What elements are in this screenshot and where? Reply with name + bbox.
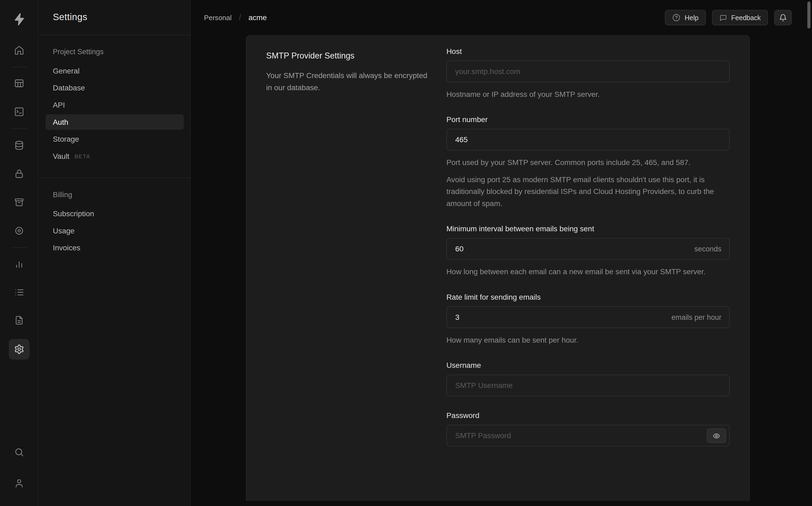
sidebar-header: Settings (40, 0, 190, 35)
rail-divider (11, 128, 27, 129)
panel-form-column: Host Hostname or IP address of your SMTP… (446, 36, 749, 501)
nav-home[interactable] (9, 40, 29, 60)
sidebar-item-subscription[interactable]: Subscription (46, 206, 184, 222)
sidebar-item-auth[interactable]: Auth (46, 114, 184, 130)
breadcrumb: Personal / acme (204, 13, 267, 22)
field-username: Username (446, 361, 730, 396)
field-rate-limit: Rate limit for sending emails emails per… (446, 293, 730, 346)
username-input[interactable] (446, 374, 730, 396)
page-title: Settings (53, 12, 87, 22)
help-button[interactable]: Help (665, 10, 706, 25)
nav-reports[interactable] (9, 254, 29, 274)
section-title: SMTP Provider Settings (266, 51, 428, 61)
rate-limit-label: Rate limit for sending emails (446, 293, 730, 301)
supabase-logo[interactable] (12, 12, 26, 28)
nav-api-docs[interactable] (9, 310, 29, 331)
field-password: Password (446, 411, 730, 446)
bell-icon (779, 13, 787, 22)
port-help: Port used by your SMTP server. Common po… (446, 157, 730, 168)
field-host: Host Hostname or IP address of your SMTP… (446, 47, 730, 100)
rail-divider (11, 67, 27, 67)
sidebar-item-vault[interactable]: Vault BETA (46, 148, 184, 164)
icon-rail (0, 0, 39, 506)
search-button[interactable] (9, 442, 29, 462)
password-input[interactable] (446, 425, 730, 446)
header-actions: Help Feedback (665, 10, 792, 25)
sidebar-item-usage[interactable]: Usage (46, 223, 184, 239)
scrollbar-thumb[interactable] (807, 2, 811, 28)
realtime-icon (14, 226, 24, 236)
notifications-button[interactable] (774, 10, 792, 25)
search-icon (14, 447, 24, 457)
breadcrumb-project[interactable]: acme (248, 13, 267, 22)
host-help: Hostname or IP address of your SMTP serv… (446, 89, 730, 100)
nav-table-editor[interactable] (9, 73, 29, 94)
breadcrumb-org[interactable]: Personal (204, 14, 232, 21)
content-area: SMTP Provider Settings Your SMTP Credent… (191, 35, 812, 506)
section-description: Your SMTP Credentials will always be enc… (266, 70, 428, 94)
host-input[interactable] (446, 61, 730, 82)
beta-badge: BETA (75, 153, 90, 159)
app-window: Settings Project Settings General Databa… (0, 0, 812, 506)
interval-label: Minimum interval between emails being se… (446, 225, 730, 233)
feedback-button[interactable]: Feedback (712, 10, 768, 25)
port-label: Port number (446, 115, 730, 124)
nav-database[interactable] (9, 135, 29, 156)
auth-lock-icon (14, 169, 24, 179)
eye-icon (713, 432, 721, 439)
smtp-settings-panel: SMTP Provider Settings Your SMTP Credent… (246, 35, 750, 501)
nav-project-settings[interactable] (9, 339, 29, 359)
reports-chart-icon (14, 259, 24, 269)
field-minimum-interval: Minimum interval between emails being se… (446, 225, 730, 278)
username-label: Username (446, 361, 730, 369)
supabase-logo-icon (12, 12, 26, 26)
account-button[interactable] (9, 473, 29, 494)
section-label-project-settings: Project Settings (46, 48, 184, 56)
home-icon (14, 45, 24, 56)
logs-list-icon (14, 287, 24, 298)
password-label: Password (446, 411, 730, 420)
sidebar-item-database[interactable]: Database (46, 80, 184, 96)
rail-divider (11, 247, 27, 248)
sidebar-divider (40, 177, 190, 178)
port-input[interactable] (446, 129, 730, 151)
reveal-password-button[interactable] (707, 428, 726, 443)
user-icon (14, 478, 24, 489)
feedback-bubble-icon (719, 14, 727, 21)
settings-sidebar: Settings Project Settings General Databa… (40, 0, 191, 506)
sidebar-item-general[interactable]: General (46, 63, 184, 79)
sql-editor-icon (14, 106, 24, 117)
rate-limit-input[interactable] (446, 307, 730, 328)
database-icon (14, 140, 24, 151)
host-label: Host (446, 47, 730, 55)
nav-sql-editor[interactable] (9, 101, 29, 122)
panel-description-column: SMTP Provider Settings Your SMTP Credent… (246, 36, 446, 501)
docs-file-icon (14, 315, 24, 325)
sidebar-item-invoices[interactable]: Invoices (46, 240, 184, 256)
sidebar-body: Project Settings General Database API Au… (40, 35, 190, 256)
interval-help: How long between each email can a new em… (446, 266, 730, 278)
feedback-label: Feedback (731, 14, 761, 21)
breadcrumb-separator: / (239, 13, 241, 22)
nav-logs[interactable] (9, 282, 29, 303)
sidebar-item-api[interactable]: API (46, 97, 184, 113)
settings-gear-icon (14, 344, 24, 354)
nav-realtime[interactable] (9, 221, 29, 241)
field-port: Port number Port used by your SMTP serve… (446, 115, 730, 209)
sidebar-item-storage[interactable]: Storage (46, 132, 184, 147)
section-label-billing: Billing (46, 190, 184, 199)
top-bar: Personal / acme Help Feedback (191, 0, 812, 35)
nav-storage[interactable] (9, 192, 29, 213)
table-editor-icon (14, 78, 24, 89)
rate-limit-help: How many emails can be sent per hour. (446, 334, 730, 346)
nav-authentication[interactable] (9, 163, 29, 184)
port-note: Avoid using port 25 as modern SMTP email… (446, 174, 730, 209)
interval-input[interactable] (446, 238, 730, 260)
help-circle-icon (672, 13, 681, 22)
help-label: Help (685, 14, 699, 21)
sidebar-item-label: Vault (53, 152, 70, 160)
storage-icon (14, 197, 24, 208)
